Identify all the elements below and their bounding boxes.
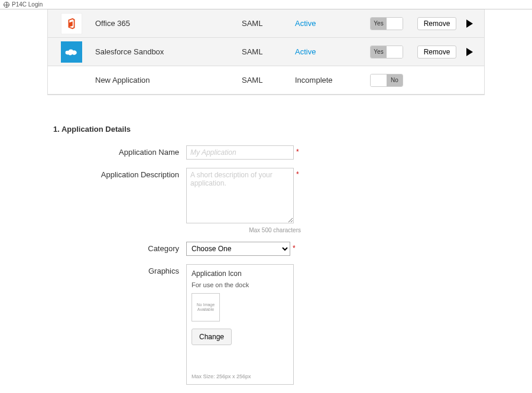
app-row-office365: Office 365 SAML Active Yes Remove	[48, 9, 484, 38]
office365-icon	[61, 13, 82, 34]
category-label: Category	[53, 242, 186, 256]
section-title: 1. Application Details	[53, 125, 485, 134]
char-limit-hint: Max 500 characters	[193, 227, 301, 233]
toggle-handle	[371, 74, 387, 86]
required-marker: *	[296, 145, 299, 156]
app-description-label: Application Description	[53, 168, 186, 223]
remove-button[interactable]: Remove	[417, 46, 457, 59]
toggle-handle	[387, 46, 403, 58]
app-name: New Application	[89, 76, 242, 85]
image-size-hint: Max Size: 256px x 256px	[192, 373, 288, 379]
main-content: Office 365 SAML Active Yes Remove Salesf…	[0, 9, 532, 393]
app-enabled-toggle[interactable]: Yes	[370, 46, 403, 59]
salesforce-icon	[61, 41, 82, 63]
image-placeholder: No Image Available	[192, 293, 220, 321]
toggle-yes-label: Yes	[371, 46, 387, 58]
application-table: Office 365 SAML Active Yes Remove Salesf…	[47, 9, 485, 95]
app-description-input[interactable]	[186, 168, 294, 223]
required-marker: *	[293, 242, 296, 252]
application-details-form: Application Name * Application Descripti…	[47, 145, 485, 385]
toggle-handle	[387, 18, 403, 30]
app-protocol: SAML	[242, 76, 295, 85]
app-name: Office 365	[89, 19, 242, 28]
app-protocol: SAML	[242, 19, 295, 28]
required-marker: *	[296, 168, 299, 178]
app-enabled-toggle[interactable]: No	[370, 74, 403, 87]
graphics-box: Application Icon For use on the dock No …	[186, 264, 294, 385]
graphics-subtitle: For use on the dock	[192, 281, 288, 288]
app-name: Salesforce Sandbox	[89, 47, 242, 56]
browser-tab-bar: P14C Login	[0, 0, 532, 9]
svg-point-3	[69, 52, 73, 56]
tab-title: P14C Login	[12, 1, 43, 8]
remove-button[interactable]: Remove	[417, 17, 457, 30]
app-status-link[interactable]: Active	[295, 19, 316, 28]
toggle-yes-label: Yes	[371, 18, 387, 30]
app-name-input[interactable]	[186, 145, 294, 160]
app-status: Incomplete	[295, 76, 333, 85]
graphics-label: Graphics	[53, 264, 186, 385]
expand-icon[interactable]	[466, 48, 473, 56]
app-protocol: SAML	[242, 47, 295, 56]
app-row-salesforce: Salesforce Sandbox SAML Active Yes Remov…	[48, 38, 484, 66]
app-status-link[interactable]: Active	[295, 47, 316, 56]
globe-icon	[4, 2, 9, 8]
toggle-no-label: No	[387, 74, 403, 86]
graphics-title: Application Icon	[192, 269, 288, 278]
category-select[interactable]: Choose One	[186, 242, 290, 256]
app-row-new-application: New Application SAML Incomplete No	[48, 66, 484, 95]
app-enabled-toggle[interactable]: Yes	[370, 17, 403, 30]
app-name-label: Application Name	[53, 145, 186, 160]
change-image-button[interactable]: Change	[192, 329, 232, 345]
svg-point-2	[72, 50, 77, 55]
expand-icon[interactable]	[466, 20, 473, 28]
